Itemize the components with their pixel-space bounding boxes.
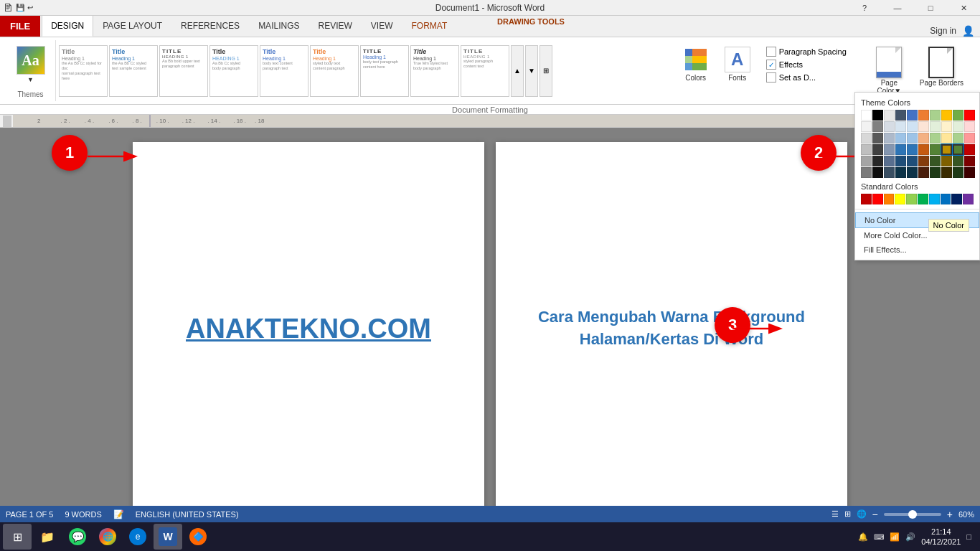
standard-color-cell[interactable] — [861, 194, 872, 204]
theme-color-cell[interactable] — [964, 167, 975, 178]
theme-color-cell[interactable] — [884, 110, 895, 121]
view-web-btn[interactable]: 🌐 — [857, 509, 867, 519]
theme-color-cell[interactable] — [907, 133, 918, 143]
theme-color-cell[interactable] — [953, 121, 963, 132]
styles-scroll-up[interactable]: ▲ — [511, 45, 524, 97]
styles-scroll-more[interactable]: ⊞ — [540, 45, 552, 97]
theme-color-cell[interactable] — [907, 144, 918, 155]
set-as-default-btn[interactable]: Set as D... — [764, 72, 849, 83]
themes-button[interactable]: Aa ▼ — [14, 43, 48, 86]
theme-color-cell[interactable] — [895, 167, 906, 178]
theme-color-cell[interactable] — [861, 133, 872, 143]
paragraph-spacing-btn[interactable]: Paragraph Spacing — [764, 46, 849, 57]
style-thumb-2[interactable]: Title Heading 1 the Aa Bb Cc styled text… — [109, 45, 158, 97]
file-explorer-btn[interactable]: 📁 — [33, 524, 62, 550]
style-thumb-9[interactable]: TITLE HEADING 1 styled paragraph content… — [461, 45, 509, 97]
theme-color-cell[interactable] — [941, 110, 952, 121]
theme-color-cell[interactable] — [930, 133, 941, 143]
taskbar-clock[interactable]: 21:14 04/12/2021 — [921, 527, 961, 547]
theme-color-cell[interactable] — [918, 110, 929, 121]
style-thumb-1[interactable]: Title Heading 1 the Aa Bb Cc styled for … — [59, 45, 108, 97]
quick-save-icon[interactable]: 💾 — [16, 4, 24, 11]
theme-color-cell[interactable] — [861, 110, 872, 121]
style-thumb-3[interactable]: TITLE HEADING 1 Aa Bb bold upper text pa… — [159, 45, 208, 97]
standard-color-cell[interactable] — [951, 194, 962, 204]
theme-color-cell[interactable] — [907, 110, 918, 121]
tab-mailings[interactable]: MAILINGS — [249, 15, 308, 37]
style-thumb-8[interactable]: Title Heading 1 True Mm styled text body… — [410, 45, 459, 97]
tab-page-layout[interactable]: PAGE LAYOUT — [93, 15, 171, 37]
view-normal-btn[interactable]: ☰ — [831, 509, 839, 519]
messenger-btn[interactable]: 💬 — [63, 524, 92, 550]
theme-color-cell[interactable] — [953, 167, 963, 178]
theme-color-cell[interactable] — [861, 144, 872, 155]
colors-button[interactable]: Colors — [678, 43, 714, 85]
theme-color-cell[interactable] — [953, 156, 963, 166]
theme-color-cell[interactable] — [884, 121, 895, 132]
sign-in-link[interactable]: Sign in — [930, 26, 956, 36]
theme-color-cell[interactable] — [861, 167, 872, 178]
theme-color-cell[interactable] — [884, 167, 895, 178]
view-print-btn[interactable]: ⊞ — [844, 509, 851, 519]
tab-references[interactable]: REFERENCES — [171, 15, 249, 37]
theme-color-cell[interactable] — [884, 156, 895, 166]
style-thumb-5[interactable]: Title Heading 1 body text content paragr… — [260, 45, 308, 97]
undo-icon[interactable]: ↩ — [27, 4, 33, 11]
standard-color-cell[interactable] — [895, 194, 905, 204]
help-btn[interactable]: ? — [848, 0, 881, 16]
fonts-button[interactable]: A Fonts — [720, 43, 755, 85]
theme-color-cell[interactable] — [964, 156, 975, 166]
theme-color-cell[interactable] — [861, 121, 872, 132]
theme-color-cell[interactable] — [872, 121, 883, 132]
taskbar-action-center[interactable]: □ — [966, 532, 971, 541]
zoom-plus-btn[interactable]: + — [947, 509, 953, 520]
theme-color-cell[interactable] — [941, 144, 952, 155]
theme-color-cell[interactable] — [918, 156, 929, 166]
theme-color-cell[interactable] — [872, 144, 883, 155]
word-taskbar-btn[interactable]: W — [154, 524, 182, 550]
file-tab[interactable]: FILE — [0, 15, 40, 37]
extra-btn[interactable]: 🔷 — [184, 524, 212, 550]
theme-color-cell[interactable] — [872, 167, 883, 178]
theme-color-cell[interactable] — [918, 133, 929, 143]
theme-color-cell[interactable] — [941, 133, 952, 143]
taskbar-network-icon[interactable]: 📶 — [890, 532, 900, 542]
tab-design[interactable]: DESIGN — [42, 15, 93, 37]
tab-view[interactable]: VIEW — [362, 15, 402, 37]
taskbar-volume-icon[interactable]: 🔊 — [905, 532, 915, 542]
theme-color-cell[interactable] — [964, 144, 975, 155]
theme-color-cell[interactable] — [895, 121, 906, 132]
theme-color-cell[interactable] — [930, 121, 941, 132]
theme-color-cell[interactable] — [953, 133, 963, 143]
taskbar-notification-icon[interactable]: 🔔 — [858, 532, 868, 542]
tab-review[interactable]: REVIEW — [308, 15, 361, 37]
fill-effects-menu-item[interactable]: Fill Effects... — [855, 242, 979, 257]
page-borders-button[interactable]: Page Borders — [915, 43, 969, 90]
standard-color-cell[interactable] — [884, 194, 895, 204]
theme-color-cell[interactable] — [930, 156, 941, 166]
styles-scroll-down[interactable]: ▼ — [525, 45, 538, 97]
minimize-btn[interactable]: — — [881, 0, 914, 16]
start-btn[interactable]: ⊞ — [3, 524, 32, 550]
standard-color-cell[interactable] — [929, 194, 940, 204]
theme-color-cell[interactable] — [953, 110, 963, 121]
theme-color-cell[interactable] — [895, 156, 906, 166]
zoom-slider[interactable] — [884, 513, 941, 516]
theme-color-cell[interactable] — [930, 110, 941, 121]
standard-color-cell[interactable] — [906, 194, 917, 204]
chrome-btn[interactable]: 🌐 — [93, 524, 122, 550]
standard-color-cell[interactable] — [963, 194, 974, 204]
theme-color-cell[interactable] — [884, 144, 895, 155]
theme-color-cell[interactable] — [895, 110, 906, 121]
theme-color-cell[interactable] — [895, 133, 906, 143]
edge-btn[interactable]: e — [123, 524, 152, 550]
theme-color-cell[interactable] — [941, 121, 952, 132]
zoom-minus-btn[interactable]: − — [872, 509, 878, 520]
style-thumb-7[interactable]: TITLE Heading 1 body text paragraph cont… — [360, 45, 409, 97]
style-thumb-6[interactable]: Title Heading 1 styled body text content… — [310, 45, 359, 97]
theme-color-cell[interactable] — [884, 133, 895, 143]
theme-color-cell[interactable] — [872, 110, 883, 121]
effects-btn[interactable]: ✓ Effects — [764, 59, 849, 70]
theme-color-cell[interactable] — [941, 167, 952, 178]
theme-color-cell[interactable] — [964, 121, 975, 132]
